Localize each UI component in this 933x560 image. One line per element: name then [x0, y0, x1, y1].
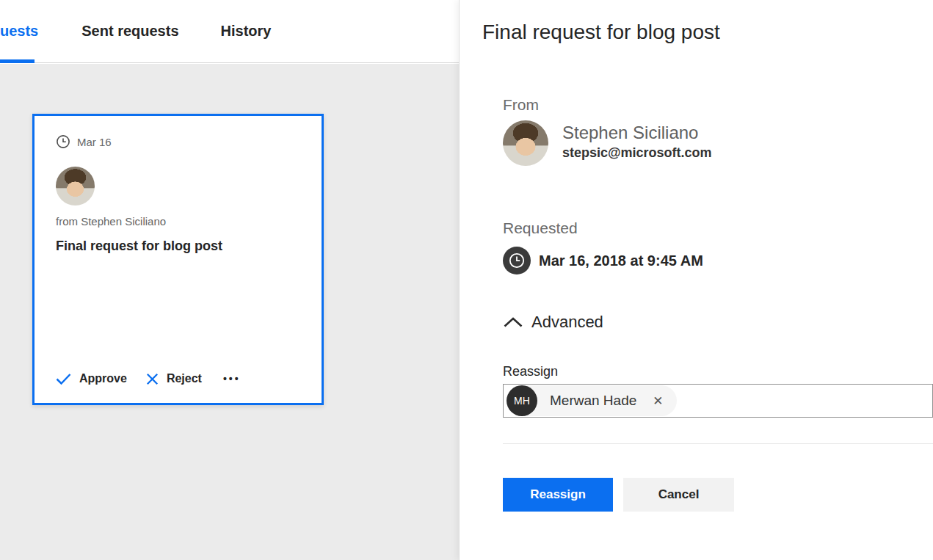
cancel-button[interactable]: Cancel [623, 478, 734, 512]
clock-icon [56, 134, 70, 149]
card-date-row: Mar 16 [56, 134, 300, 149]
requester-name: Stephen Siciliano [562, 123, 712, 143]
chevron-up-icon [503, 316, 523, 328]
more-options-button[interactable]: ••• [223, 373, 241, 385]
approve-button[interactable]: Approve [56, 372, 127, 385]
from-label: From [503, 96, 712, 114]
approval-request-card[interactable]: Mar 16 from Stephen Siciliano Final requ… [32, 114, 324, 405]
requester-avatar-large [503, 120, 548, 166]
reject-button[interactable]: Reject [146, 372, 202, 385]
request-detail-panel: Final request for blog post From Stephen… [459, 0, 933, 560]
requester-email: stepsic@microsoft.com [562, 145, 712, 161]
assignee-initials-avatar: MH [507, 385, 537, 416]
assignee-name: Merwan Hade [550, 393, 636, 409]
tab-history[interactable]: History [221, 23, 272, 40]
assignee-chip[interactable]: MH Merwan Hade ✕ [507, 385, 677, 416]
reassign-section: Reassign MH Merwan Hade ✕ [503, 364, 933, 418]
advanced-label: Advanced [531, 313, 603, 332]
requests-list-area: Mar 16 from Stephen Siciliano Final requ… [0, 64, 459, 560]
x-icon [146, 373, 159, 385]
requested-label: Requested [503, 219, 703, 237]
reject-label: Reject [167, 372, 202, 385]
from-section: From Stephen Siciliano stepsic@microsoft… [503, 96, 712, 166]
card-actions: Approve Reject ••• [56, 372, 300, 385]
reassign-submit-button[interactable]: Reassign [503, 478, 613, 512]
panel-footer: Reassign Cancel [503, 478, 734, 512]
card-title: Final request for blog post [56, 239, 300, 254]
requested-section: Requested Mar 16, 2018 at 9:45 AM [503, 219, 703, 274]
approve-label: Approve [79, 372, 127, 385]
footer-divider [503, 443, 933, 444]
reassign-field-label: Reassign [503, 364, 933, 379]
requested-datetime: Mar 16, 2018 at 9:45 AM [539, 252, 703, 269]
requester-avatar [56, 167, 95, 206]
card-date: Mar 16 [77, 136, 112, 148]
card-from-line: from Stephen Siciliano [56, 215, 300, 228]
tab-received-requests[interactable]: uests [0, 23, 38, 40]
panel-title: Final request for blog post [482, 21, 720, 44]
tab-bar: uests Sent requests History [0, 0, 459, 63]
clock-badge-icon [503, 247, 531, 274]
check-icon [56, 373, 71, 385]
received-requests-view: uests Sent requests History Mar 16 from … [0, 0, 459, 560]
reassign-people-picker[interactable]: MH Merwan Hade ✕ [503, 384, 933, 418]
active-tab-indicator [0, 59, 35, 63]
advanced-toggle[interactable]: Advanced [503, 313, 603, 332]
tab-sent-requests[interactable]: Sent requests [81, 23, 178, 40]
remove-assignee-icon[interactable]: ✕ [653, 395, 663, 407]
